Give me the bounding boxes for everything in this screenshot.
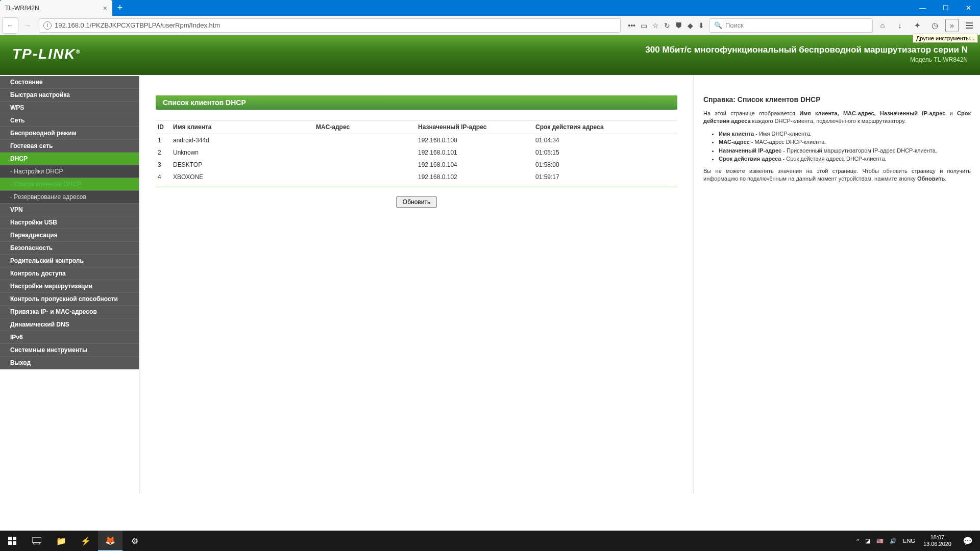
downloads-icon[interactable]: ↓ [893,19,906,32]
help-footer: Вы не можете изменять значения на этой с… [703,167,971,183]
overflow-icon[interactable]: » [945,19,959,32]
menu-button[interactable] [963,19,976,32]
sidebar-item[interactable]: Привязка IP- и MAC-адресов [0,306,139,318]
sidebar-item[interactable]: Сеть [0,114,139,127]
home-icon[interactable]: ⌂ [876,19,889,32]
sidebar-item[interactable]: WPS [0,102,139,114]
sidebar-item[interactable]: - Список клиентов DHCP [0,178,139,191]
col-lease: Срок действия адреса [533,120,677,134]
col-name: Имя клиента [171,120,314,134]
sidebar-item[interactable]: Динамический DNS [0,318,139,331]
table-row: 1android-344d192.168.0.10001:04:34 [156,134,677,147]
more-icon[interactable]: ••• [628,21,635,30]
close-button[interactable]: ✕ [957,0,980,16]
forward-button[interactable]: → [19,17,36,34]
tray-app-icon[interactable]: ◪ [863,538,872,544]
tray-lang[interactable]: ENG [901,538,917,544]
router-header: TP-LINK® 300 Мбит/с многофункциональный … [0,35,980,75]
info-icon[interactable]: i [43,21,52,30]
router-title: 300 Мбит/с многофункциональный беспровод… [645,45,968,55]
sidebar-item[interactable]: Переадресация [0,229,139,242]
dhcp-clients-table: ID Имя клиента MAC-адрес Назначенный IP-… [156,120,677,187]
url-text: 192.168.0.1/PKZBJKPCXGTBPLPA/userRpm/Ind… [55,21,220,29]
sidebar-item[interactable]: Безопасность [0,242,139,255]
sidebar-item[interactable]: - Настройки DHCP [0,165,139,178]
table-row: 2Unknown192.168.0.10101:05:15 [156,146,677,159]
settings-button[interactable]: ⚙ [122,531,147,551]
window-titlebar: TL-WR842N × + — ☐ ✕ [0,0,980,16]
bookmarks-icon[interactable]: ✦ [911,19,924,32]
tray-flag-icon[interactable]: 🇺🇸 [874,538,886,544]
tab-close-icon[interactable]: × [103,4,107,12]
col-ip: Назначенный IP-адрес [416,120,533,134]
download-indicator-icon[interactable]: ⬇ [698,21,704,30]
table-row: 4XBOXONE192.168.0.10201:59:17 [156,171,677,187]
help-list: Имя клиента - Имя DHCP-клиента. MAC-адре… [719,130,971,163]
sidebar: СостояниеБыстрая настройкаWPSСетьБеспров… [0,75,139,493]
sidebar-item[interactable]: IPv6 [0,331,139,344]
shield-icon[interactable]: ◆ [688,21,693,30]
winamp-button[interactable]: ⚡ [74,531,98,551]
notifications-button[interactable]: 💬 [958,531,978,551]
browser-toolbar: ← → i 192.168.0.1/PKZBJKPCXGTBPLPA/userR… [0,16,980,35]
sidebar-item[interactable]: Быстрая настройка [0,89,139,102]
help-panel: Справка: Список клиентов DHCP На этой ст… [694,75,980,493]
taskview-button[interactable] [24,531,49,551]
new-tab-button[interactable]: + [112,0,128,15]
search-placeholder: Поиск [725,21,744,29]
help-intro: На этой странице отображается Имя клиент… [703,110,971,126]
svg-rect-1 [13,537,16,540]
sidebar-item[interactable]: DHCP [0,153,139,165]
tp-link-logo: TP-LINK® [12,46,81,62]
windows-taskbar: 📁 ⚡ 🦊 ⚙ ^ ◪ 🇺🇸 🔊 ENG 18:07 13.06.2020 💬 [0,531,980,551]
history-icon[interactable]: ◷ [928,19,941,32]
explorer-button[interactable]: 📁 [49,531,74,551]
ublock-icon[interactable]: ⛊ [675,21,682,30]
sidebar-item[interactable]: Родительский контроль [0,255,139,267]
sidebar-item[interactable]: VPN [0,204,139,216]
tooltip: Другие инструменты... [913,34,978,43]
star-icon[interactable]: ☆ [652,21,659,30]
sidebar-item[interactable]: Гостевая сеть [0,140,139,153]
help-title: Справка: Список клиентов DHCP [703,95,971,104]
back-button[interactable]: ← [2,17,18,34]
svg-rect-2 [8,541,12,545]
browser-tab[interactable]: TL-WR842N × [0,0,112,16]
search-box[interactable]: 🔍 Поиск [709,18,873,33]
sidebar-item[interactable]: Состояние [0,76,139,89]
maximize-button[interactable]: ☐ [934,0,957,16]
tab-title: TL-WR842N [5,5,39,12]
url-bar[interactable]: i 192.168.0.1/PKZBJKPCXGTBPLPA/userRpm/I… [39,18,621,33]
reload-icon[interactable]: ↻ [664,21,670,30]
search-icon: 🔍 [714,21,722,29]
tray-clock[interactable]: 18:07 13.06.2020 [919,534,955,547]
svg-rect-4 [32,537,41,542]
firefox-button[interactable]: 🦊 [98,531,122,551]
svg-rect-5 [34,543,40,544]
tray-chevron-icon[interactable]: ^ [854,538,861,544]
sidebar-item[interactable]: Настройки USB [0,216,139,229]
col-mac: MAC-адрес [314,120,416,134]
refresh-button[interactable]: Обновить [396,196,437,208]
router-model: Модель TL-WR842N [645,56,968,63]
panel-title: Список клиентов DHCP [156,95,677,110]
table-row: 3DESKTOP192.168.0.10401:58:00 [156,159,677,171]
content-area: Список клиентов DHCP ID Имя клиента MAC-… [139,75,694,493]
col-id: ID [156,120,171,134]
sidebar-item[interactable]: - Резервирование адресов [0,191,139,204]
minimize-button[interactable]: — [911,0,934,16]
reader-icon[interactable]: ▭ [641,21,647,30]
svg-rect-0 [8,537,12,540]
sidebar-item[interactable]: Беспроводной режим [0,127,139,140]
svg-rect-3 [13,541,16,545]
sidebar-item[interactable]: Системные инструменты [0,344,139,357]
sidebar-item[interactable]: Контроль пропускной способности [0,293,139,306]
start-button[interactable] [0,531,24,551]
sidebar-item[interactable]: Выход [0,357,139,369]
sidebar-item[interactable]: Настройки маршрутизации [0,280,139,293]
tray-volume-icon[interactable]: 🔊 [888,538,899,544]
sidebar-item[interactable]: Контроль доступа [0,267,139,280]
